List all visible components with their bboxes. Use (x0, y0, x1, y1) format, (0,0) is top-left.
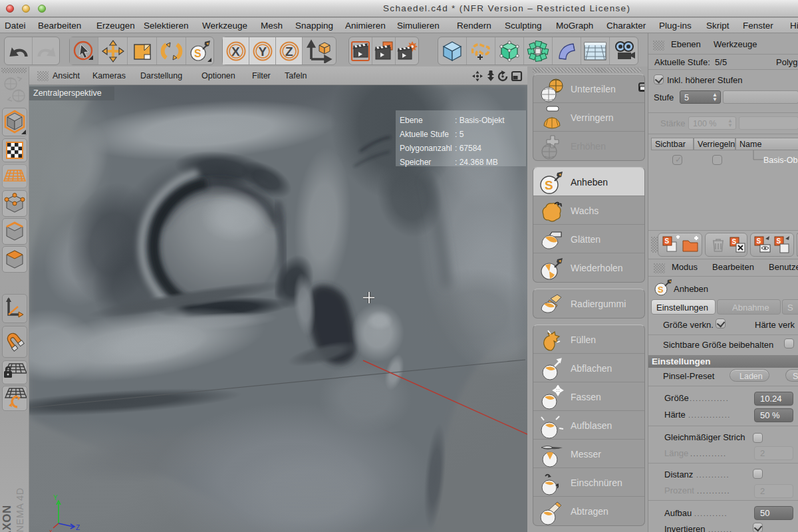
svg-text:S: S (777, 237, 781, 245)
svg-text:x: x (49, 528, 53, 532)
svg-text:Y: Y (258, 45, 267, 59)
svg-text:S: S (194, 48, 201, 59)
svg-text:X: X (231, 45, 240, 59)
svg-text:S: S (757, 237, 761, 245)
svg-text:Z: Z (285, 45, 293, 59)
svg-text:S: S (545, 178, 553, 192)
svg-text:S: S (658, 285, 664, 295)
svg-text:Z: Z (76, 524, 80, 531)
svg-text:S: S (732, 238, 737, 245)
svg-text:Y: Y (53, 494, 58, 501)
svg-text:S: S (665, 237, 670, 245)
